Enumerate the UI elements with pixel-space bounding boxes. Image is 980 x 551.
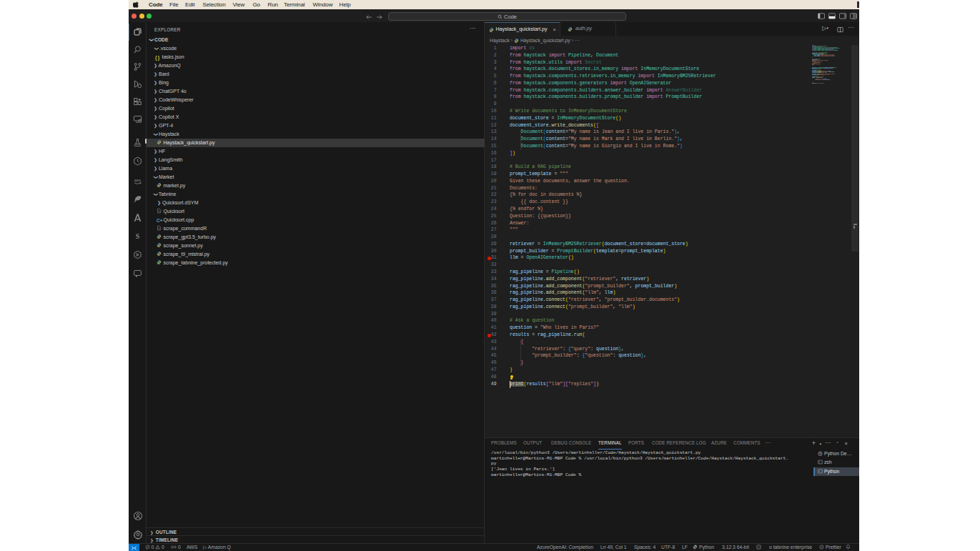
svg-text:aws: aws — [134, 177, 141, 182]
svg-text:S: S — [136, 232, 140, 240]
